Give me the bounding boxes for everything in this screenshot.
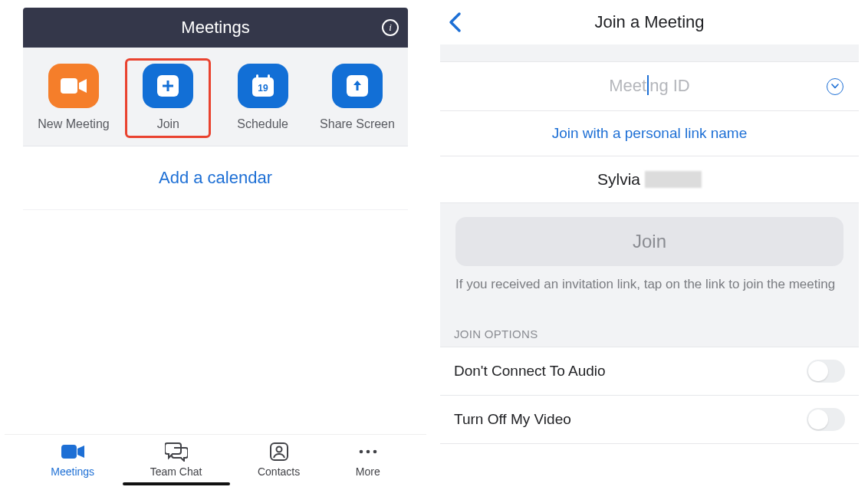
svg-rect-3 <box>163 85 173 87</box>
join-hint: If you received an invitation link, tap … <box>455 275 843 294</box>
plus-icon <box>143 64 193 108</box>
more-icon <box>358 441 378 462</box>
dropdown-icon[interactable] <box>827 78 843 95</box>
svg-point-12 <box>359 450 363 454</box>
tab-contacts[interactable]: Contacts <box>258 441 300 478</box>
tab-meetings-label: Meetings <box>51 465 94 478</box>
option-turn-off-video: Turn Off My Video <box>440 395 859 444</box>
svg-rect-6 <box>268 74 270 80</box>
back-icon[interactable] <box>448 12 462 33</box>
header-title: Meetings <box>181 18 249 38</box>
personal-link-option[interactable]: Join with a personal link name <box>440 111 859 156</box>
text-cursor <box>647 75 649 95</box>
tab-team-chat[interactable]: Team Chat <box>150 441 202 478</box>
new-meeting-label: New Meeting <box>38 117 109 131</box>
share-screen-button[interactable]: Share Screen <box>314 58 400 138</box>
schedule-label: Schedule <box>237 117 288 131</box>
option-video-label: Turn Off My Video <box>454 411 571 428</box>
share-screen-label: Share Screen <box>320 117 395 131</box>
join-header: Join a Meeting <box>440 0 859 44</box>
meeting-id-field[interactable]: Meetng ID <box>440 61 859 111</box>
schedule-button[interactable]: 19 Schedule <box>220 58 306 138</box>
meeting-id-placeholder: Meetng ID <box>609 76 690 97</box>
chat-icon <box>165 441 188 462</box>
new-meeting-button[interactable]: New Meeting <box>31 58 117 138</box>
home-indicator <box>123 482 230 485</box>
toggle-audio[interactable] <box>807 360 845 383</box>
svg-point-14 <box>373 450 376 454</box>
svg-text:19: 19 <box>258 83 268 94</box>
redacted-lastname <box>645 171 702 188</box>
join-button-highlighted[interactable]: Join <box>125 58 211 138</box>
svg-point-11 <box>276 447 281 452</box>
tab-meetings[interactable]: Meetings <box>51 441 94 478</box>
tab-team-chat-label: Team Chat <box>150 465 202 478</box>
bottom-tabbar: Meetings Team Chat Contacts More <box>5 434 426 490</box>
join-options-label: JOIN OPTIONS <box>440 306 859 347</box>
tab-contacts-label: Contacts <box>258 465 300 478</box>
add-calendar-link[interactable]: Add a calendar <box>23 146 408 210</box>
svg-point-13 <box>366 450 370 454</box>
meetings-header: Meetings i <box>23 8 408 48</box>
join-section: Join If you received an invitation link,… <box>440 203 859 306</box>
share-icon <box>332 64 383 108</box>
join-title: Join a Meeting <box>594 12 704 32</box>
tab-more-label: More <box>356 465 380 478</box>
actions-row: New Meeting Join 19 Schedule <box>23 48 408 146</box>
camera-icon <box>61 441 84 462</box>
toggle-video[interactable] <box>807 408 845 431</box>
video-icon <box>48 64 99 108</box>
option-audio-label: Don't Connect To Audio <box>454 363 606 380</box>
tab-more[interactable]: More <box>356 441 380 478</box>
calendar-icon: 19 <box>238 64 288 108</box>
display-name-field[interactable]: Sylvia <box>440 156 859 203</box>
svg-rect-5 <box>256 74 258 80</box>
info-icon[interactable]: i <box>382 19 399 36</box>
join-submit-button[interactable]: Join <box>455 217 843 266</box>
svg-rect-0 <box>61 78 77 94</box>
svg-rect-9 <box>61 445 77 459</box>
contacts-icon <box>269 441 289 462</box>
option-dont-connect-audio: Don't Connect To Audio <box>440 347 859 395</box>
user-name: Sylvia <box>597 170 640 189</box>
join-label: Join <box>157 117 179 131</box>
